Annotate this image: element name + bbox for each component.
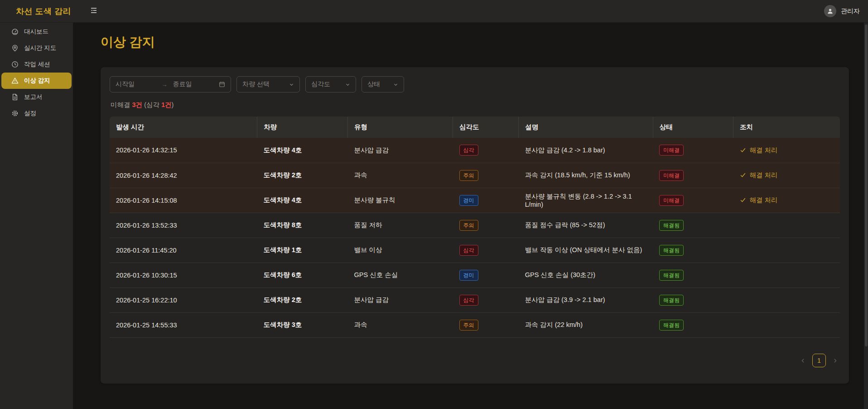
cell-time: 2026-01-25 16:22:10 [110, 287, 257, 312]
date-range-picker[interactable]: 시작일 → 종료일 [110, 76, 231, 93]
cell-type: 과속 [347, 312, 453, 337]
cell-vehicle: 도색차량 2호 [257, 163, 348, 188]
sidebar-item-label: 작업 세션 [24, 60, 50, 68]
cell-time: 2026-01-26 11:45:20 [110, 238, 257, 263]
cell-status: 미해결 [653, 138, 733, 163]
sidebar-item-label: 보고서 [24, 93, 43, 101]
sidebar-item-5[interactable]: 보고서 [1, 89, 72, 105]
status-badge: 미해결 [659, 145, 684, 156]
severity-select-value: 심각도 [311, 80, 330, 88]
sidebar-item-4[interactable]: 이상 감지 [1, 73, 72, 89]
cell-type: 분사량 불규칙 [347, 188, 453, 213]
cell-description: 과속 감지 (22 km/h) [519, 312, 653, 337]
cell-action: 해결 처리 [733, 163, 840, 188]
sidebar-item-label: 대시보드 [24, 28, 48, 36]
table-row: 2026-01-26 11:45:20도색차량 1호밸브 이상심각밸브 작동 이… [110, 238, 840, 263]
cell-action [733, 263, 840, 287]
cell-vehicle: 도색차량 2호 [257, 287, 348, 312]
table-row: 2026-01-26 13:52:33도색차량 8호품질 저하주의품질 점수 급… [110, 213, 840, 238]
cell-vehicle: 도색차량 6호 [257, 263, 348, 287]
main-content: 이상 감지 시작일 → 종료일 차량 선택 [73, 23, 868, 409]
column-header-2: 차량 [257, 117, 348, 138]
cell-time: 2026-01-26 13:52:33 [110, 213, 257, 238]
cell-time: 2026-01-26 10:30:15 [110, 263, 257, 287]
sidebar-item-label: 설정 [24, 109, 36, 117]
sidebar: 대시보드실시간 지도작업 세션이상 감지보고서설정 [0, 23, 73, 409]
cell-status: 미해결 [653, 163, 733, 188]
severity-select[interactable]: 심각도 [305, 76, 356, 93]
critical-count: 1건 [161, 101, 172, 108]
chevron-down-icon [289, 82, 294, 87]
gear-icon [11, 110, 19, 117]
status-badge: 해결됨 [659, 220, 684, 231]
column-header-7: 조치 [733, 117, 840, 138]
status-select[interactable]: 상태 [362, 76, 404, 93]
cell-status: 해결됨 [653, 238, 733, 263]
window-scrollbar[interactable] [864, 23, 868, 409]
check-icon [740, 172, 746, 178]
cell-vehicle: 도색차량 8호 [257, 213, 348, 238]
table-row: 2026-01-25 14:55:33도색차량 3호과속주의과속 감지 (22 … [110, 312, 840, 337]
status-badge: 미해결 [659, 195, 684, 206]
severity-badge: 주의 [459, 220, 478, 231]
cell-severity: 심각 [453, 138, 519, 163]
cell-time: 2026-01-26 14:32:15 [110, 138, 257, 163]
cell-vehicle: 도색차량 3호 [257, 312, 348, 337]
unresolved-summary: 미해결 3건 (심각 1건) [111, 101, 839, 109]
chevron-left-icon [800, 358, 806, 364]
page-next-button[interactable] [832, 358, 838, 364]
sidebar-collapse-button[interactable] [87, 5, 100, 18]
resolve-button[interactable]: 해결 처리 [740, 146, 778, 155]
severity-badge: 경미 [459, 270, 478, 281]
column-header-4: 심각도 [453, 117, 519, 138]
vehicle-select[interactable]: 차량 선택 [236, 76, 300, 93]
column-header-6: 상태 [653, 117, 733, 138]
severity-badge: 심각 [459, 245, 478, 256]
cell-vehicle: 도색차량 4호 [257, 188, 348, 213]
table-row: 2026-01-26 10:30:15도색차량 6호GPS 신호 손실경미GPS… [110, 263, 840, 287]
table-body: 2026-01-26 14:32:15도색차량 4호분사압 급감심각분사압 급감… [110, 138, 840, 337]
top-bar: 차선 도색 감리 관리자 [0, 0, 868, 23]
cell-action [733, 287, 840, 312]
status-badge: 해결됨 [659, 245, 684, 256]
cell-description: 품질 점수 급락 (85 -> 52점) [519, 213, 653, 238]
user-name: 관리자 [841, 7, 860, 15]
cell-description: GPS 신호 손실 (30초간) [519, 263, 653, 287]
cell-vehicle: 도색차량 4호 [257, 138, 348, 163]
map-pin-icon [11, 44, 19, 52]
report-icon [11, 93, 19, 101]
sidebar-item-6[interactable]: 설정 [1, 105, 72, 122]
user-avatar [824, 5, 836, 17]
calendar-icon [219, 81, 225, 88]
severity-badge: 경미 [459, 195, 478, 206]
filter-bar: 시작일 → 종료일 차량 선택 [110, 76, 840, 93]
sidebar-nav: 대시보드실시간 지도작업 세션이상 감지보고서설정 [0, 24, 73, 122]
table-row: 2026-01-25 16:22:10도색차량 2호분사압 급감심각분사압 급감… [110, 287, 840, 312]
cell-type: 분사압 급감 [347, 287, 453, 312]
page-prev-button[interactable] [800, 358, 806, 364]
sidebar-item-1[interactable]: 대시보드 [1, 24, 72, 40]
column-header-1: 발생 시간 [110, 117, 257, 138]
scrollbar-thumb[interactable] [865, 24, 868, 346]
table-row: 2026-01-26 14:32:15도색차량 4호분사압 급감심각분사압 급감… [110, 138, 840, 163]
person-icon [827, 8, 834, 15]
user-menu[interactable]: 관리자 [824, 5, 860, 17]
status-badge: 해결됨 [659, 270, 684, 281]
date-end-placeholder: 종료일 [170, 80, 219, 88]
resolve-button[interactable]: 해결 처리 [740, 196, 778, 204]
severity-badge: 심각 [459, 295, 478, 306]
page-number-1[interactable]: 1 [812, 354, 826, 367]
cell-time: 2026-01-25 14:55:33 [110, 312, 257, 337]
sidebar-item-3[interactable]: 작업 세션 [1, 56, 72, 73]
resolve-button[interactable]: 해결 처리 [740, 171, 778, 180]
column-header-5: 설명 [519, 117, 653, 138]
anomaly-card: 시작일 → 종료일 차량 선택 [101, 67, 849, 384]
chevron-right-icon [832, 358, 838, 364]
sidebar-item-2[interactable]: 실시간 지도 [1, 40, 72, 56]
cell-status: 해결됨 [653, 213, 733, 238]
cell-type: 분사압 급감 [347, 138, 453, 163]
unresolved-count: 3건 [132, 101, 143, 108]
cell-severity: 주의 [453, 213, 519, 238]
cell-severity: 경미 [453, 188, 519, 213]
resolve-button-label: 해결 처리 [750, 171, 778, 180]
